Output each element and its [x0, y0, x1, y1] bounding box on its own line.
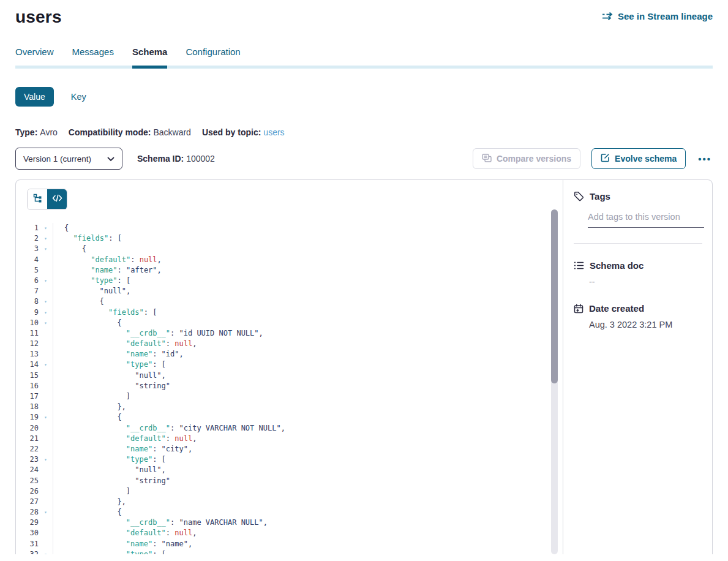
fold-spacer [39, 391, 53, 402]
fold-toggle-icon[interactable]: ▾ [39, 244, 53, 254]
code-line: 17] [16, 391, 563, 402]
fold-toggle-icon[interactable]: ▾ [39, 318, 53, 328]
code-text: }, [53, 497, 563, 507]
line-number: 12 [16, 339, 39, 349]
code-line: 15"null", [16, 371, 563, 381]
line-number: 31 [16, 539, 39, 549]
fold-spacer [39, 486, 53, 497]
tab-configuration[interactable]: Configuration [186, 47, 240, 69]
date-created-value: Aug. 3 2022 3:21 PM [589, 320, 702, 329]
line-number: 19 [16, 412, 39, 423]
tab-messages[interactable]: Messages [72, 47, 114, 69]
tab-schema[interactable]: Schema [132, 47, 168, 69]
tags-section-header: Tags [574, 191, 702, 201]
code-line: 23▾"type": [ [16, 454, 563, 465]
code-line: 21"default": null, [16, 434, 563, 444]
code-line: 30"default": null, [16, 528, 563, 538]
fold-spacer [39, 371, 53, 381]
code-text: { [53, 296, 563, 307]
chevron-down-icon [107, 154, 114, 164]
code-text: { [53, 244, 563, 254]
version-select-value: Version 1 (current) [23, 154, 91, 164]
tab-overview[interactable]: Overview [15, 47, 54, 69]
line-number: 23 [16, 454, 39, 465]
version-select[interactable]: Version 1 (current) [15, 148, 122, 170]
line-number: 16 [16, 381, 39, 391]
code-line: 9▾"fields": [ [16, 307, 563, 318]
line-number: 8 [16, 296, 39, 307]
code-text: "string" [53, 476, 563, 486]
version-toolbar: Version 1 (current) Schema ID: 100002 Co… [15, 148, 713, 170]
code-view-icon [52, 194, 62, 205]
fold-toggle-icon[interactable]: ▾ [39, 412, 53, 423]
type-value: Avro [40, 127, 58, 137]
see-in-stream-lineage-link[interactable]: See in Stream lineage [602, 11, 713, 21]
sidebar-divider [574, 243, 702, 244]
more-options-button[interactable]: ••• [697, 151, 713, 167]
line-number: 20 [16, 423, 39, 434]
version-toolbar-left: Version 1 (current) Schema ID: 100002 [15, 148, 215, 170]
line-number: 25 [16, 476, 39, 486]
fold-toggle-icon[interactable]: ▾ [39, 454, 53, 465]
schema-id-field: Schema ID: 100002 [137, 154, 215, 164]
line-number: 5 [16, 265, 39, 276]
fold-spacer [39, 265, 53, 276]
tag-icon [574, 191, 584, 201]
tree-view-icon [33, 194, 43, 206]
value-key-toggle: Value Key [15, 87, 713, 107]
line-number: 17 [16, 391, 39, 402]
compare-versions-label: Compare versions [497, 154, 571, 164]
schema-doc-section: Schema doc -- [574, 260, 702, 287]
add-tags-input[interactable] [588, 212, 704, 228]
fold-toggle-icon[interactable]: ▾ [39, 276, 53, 286]
line-number: 4 [16, 255, 39, 265]
fold-spacer [39, 423, 53, 434]
code-line: 22"name": "city", [16, 444, 563, 454]
editor-scrollbar-track[interactable] [551, 209, 558, 554]
line-number: 14 [16, 360, 39, 370]
fold-toggle-icon[interactable]: ▾ [39, 307, 53, 318]
compatibility-label: Compatibility mode: [69, 127, 151, 137]
fold-toggle-icon[interactable]: ▾ [39, 233, 53, 244]
schema-sidebar: Tags Schema do [563, 180, 712, 554]
code-line: 10▾{ [16, 318, 563, 328]
compatibility-value: Backward [153, 127, 190, 137]
stream-lineage-label: See in Stream lineage [618, 11, 713, 21]
date-created-section: Date created Aug. 3 2022 3:21 PM [574, 303, 702, 329]
fold-toggle-icon[interactable]: ▾ [39, 549, 53, 554]
code-text: "null", [53, 465, 563, 475]
evolve-schema-button[interactable]: Evolve schema [591, 148, 686, 169]
code-text: "default": null, [53, 434, 563, 444]
schema-doc-header: Schema doc [574, 260, 702, 271]
fold-toggle-icon[interactable]: ▾ [39, 296, 53, 307]
fold-toggle-icon[interactable]: ▾ [39, 507, 53, 518]
code-text: { [53, 412, 563, 423]
fold-spacer [39, 476, 53, 486]
tags-title: Tags [590, 191, 610, 201]
fold-toggle-icon[interactable]: ▾ [39, 223, 53, 233]
code-line: 20"__crdb__": "city VARCHAR NOT NULL", [16, 423, 563, 434]
fold-spacer [39, 528, 53, 538]
value-toggle-button[interactable]: Value [15, 87, 54, 107]
code-line: 3▾{ [16, 244, 563, 254]
fold-spacer [39, 497, 53, 507]
list-icon [574, 261, 584, 270]
line-number: 24 [16, 465, 39, 475]
key-toggle-button[interactable]: Key [71, 92, 86, 102]
line-number: 22 [16, 444, 39, 454]
code-text: "type": [ [53, 549, 563, 554]
tree-view-button[interactable] [28, 189, 48, 209]
compare-versions-button[interactable]: Compare versions [473, 148, 580, 169]
code-view-button[interactable] [47, 189, 67, 209]
code-line: 4"default": null, [16, 255, 563, 265]
fold-toggle-icon[interactable]: ▾ [39, 360, 53, 370]
code-line: 14▾"type": [ [16, 360, 563, 370]
code-line: 29"__crdb__": "name VARCHAR NULL", [16, 518, 563, 528]
code-line: 5"name": "after", [16, 265, 563, 276]
code-text: "name": "id", [53, 349, 563, 360]
code-text: "type": [ [53, 276, 563, 286]
editor-scrollbar-thumb[interactable] [551, 209, 558, 383]
topic-link[interactable]: users [263, 127, 284, 137]
page-header: users See in Stream lineage [15, 7, 713, 27]
schema-meta-row: Type:Avro Compatibility mode:Backward Us… [15, 127, 713, 137]
